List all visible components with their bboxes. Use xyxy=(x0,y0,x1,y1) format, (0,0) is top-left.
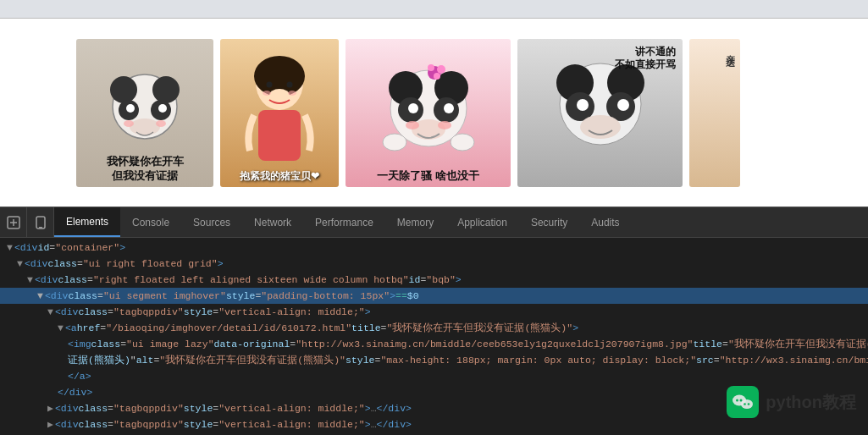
svg-point-33 xyxy=(451,134,474,151)
svg-point-48 xyxy=(736,399,738,402)
meme-image-4: 讲不通的不如直接开骂 xyxy=(517,39,683,187)
code-line-12[interactable]: ▶<div class="tagbqppdiv" style="vertical… xyxy=(0,416,868,432)
meme-text-1: 我怀疑你在开车但我没有证据 xyxy=(76,155,213,184)
tab-audits[interactable]: Audits xyxy=(579,207,631,237)
svg-point-1 xyxy=(110,76,137,103)
tab-console[interactable]: Console xyxy=(120,207,181,237)
meme-text-5: 亲 送 xyxy=(724,47,737,50)
meme-image-2: 抱紧我的猪宝贝❤ xyxy=(220,39,339,187)
tab-elements[interactable]: Elements xyxy=(54,207,120,237)
inspect-icon-btn[interactable] xyxy=(0,207,27,237)
panda-flower-svg xyxy=(373,58,484,168)
tab-memory[interactable]: Memory xyxy=(385,207,445,237)
meme-image-5: 亲 送 xyxy=(689,39,740,187)
watermark-text: python教程 xyxy=(766,391,856,414)
webpage-area: 我怀疑你在开车但我没有证据 抱紧我的猪宝贝❤ xyxy=(0,19,868,206)
svg-point-30 xyxy=(428,64,434,71)
tab-security[interactable]: Security xyxy=(519,207,579,237)
svg-point-40 xyxy=(617,99,629,111)
code-line-7[interactable]: <img class="ui image lazy" data-original… xyxy=(0,336,868,352)
svg-rect-17 xyxy=(258,110,301,161)
code-line-9[interactable]: </a> xyxy=(0,368,868,384)
svg-rect-46 xyxy=(39,227,42,229)
svg-point-50 xyxy=(741,399,753,409)
tab-application[interactable]: Application xyxy=(445,207,519,237)
tab-sources[interactable]: Sources xyxy=(181,207,242,237)
device-icon-btn[interactable] xyxy=(27,207,54,237)
svg-rect-45 xyxy=(36,217,45,229)
meme-text-2: 抱紧我的猪宝贝❤ xyxy=(220,169,339,184)
devtools-toolbar: Elements Console Sources Network Perform… xyxy=(0,207,868,238)
svg-point-51 xyxy=(744,403,747,405)
svg-point-7 xyxy=(130,118,160,135)
tab-network[interactable]: Network xyxy=(242,207,303,237)
svg-point-26 xyxy=(406,121,419,129)
code-line-8[interactable]: 证据(熊猫头)" alt="我怀疑你在开车但我没有证据(熊猫头)" style=… xyxy=(0,352,868,368)
svg-point-2 xyxy=(152,76,180,103)
svg-point-9 xyxy=(156,120,166,127)
panda-face-svg xyxy=(541,58,660,168)
wechat-icon xyxy=(727,386,759,418)
svg-point-23 xyxy=(408,103,418,113)
svg-point-27 xyxy=(438,121,451,129)
tab-performance[interactable]: Performance xyxy=(303,207,385,237)
meme-text-3: 一天除了骚 啥也没干 xyxy=(346,168,511,184)
browser-top-bar xyxy=(0,0,868,19)
meme-text-4: 讲不通的不如直接开骂 xyxy=(615,46,676,72)
svg-point-8 xyxy=(124,120,134,127)
svg-point-14 xyxy=(269,89,290,102)
svg-point-31 xyxy=(434,73,440,80)
svg-point-24 xyxy=(444,103,454,113)
watermark: python教程 xyxy=(727,386,856,418)
svg-point-12 xyxy=(267,82,273,88)
svg-point-32 xyxy=(383,134,406,151)
girl-svg xyxy=(237,49,322,176)
code-line-4[interactable]: ▼<div class="ui segment imghover" style=… xyxy=(0,288,868,304)
panda-svg-1 xyxy=(98,66,191,159)
code-line-5[interactable]: ▼<div class="tagbqppdiv" style="vertical… xyxy=(0,304,868,320)
svg-point-39 xyxy=(577,99,589,111)
meme-image-1: 我怀疑你在开车但我没有证据 xyxy=(76,39,213,187)
svg-point-52 xyxy=(748,403,750,405)
code-line-1[interactable]: ▼<div id="container"> xyxy=(0,240,868,256)
svg-point-16 xyxy=(288,91,296,96)
code-line-3[interactable]: ▼<div class="right floated left aligned … xyxy=(0,272,868,288)
code-line-6[interactable]: ▼<a href="/biaoqing/imghover/detail/id/6… xyxy=(0,320,868,336)
svg-point-13 xyxy=(287,82,293,88)
svg-point-5 xyxy=(126,104,135,113)
code-line-2[interactable]: ▼<div class="ui right floated grid"> xyxy=(0,256,868,272)
svg-point-15 xyxy=(263,91,271,96)
meme-image-3: 一天除了骚 啥也没干 xyxy=(346,39,511,187)
svg-point-29 xyxy=(437,65,445,74)
svg-point-49 xyxy=(740,399,743,402)
svg-point-6 xyxy=(158,104,167,113)
